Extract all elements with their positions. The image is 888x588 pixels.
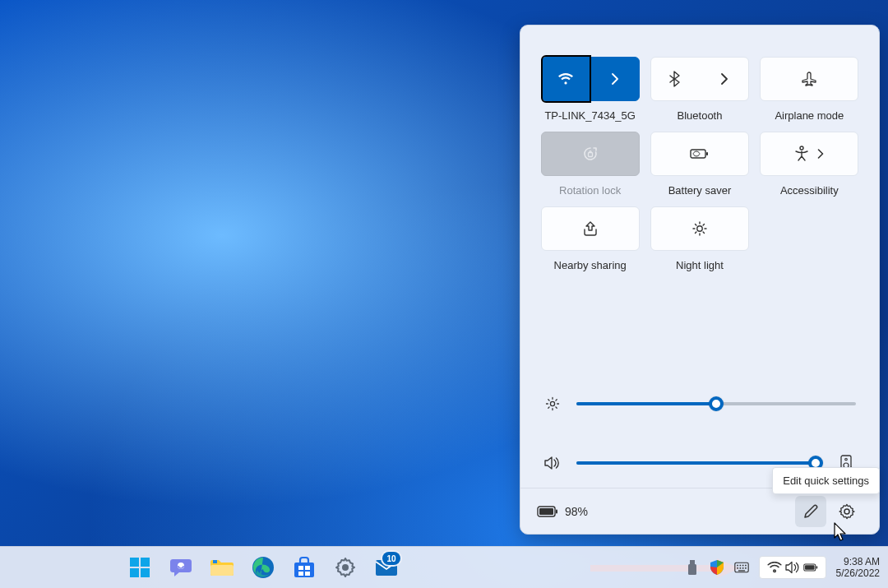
chevron-right-icon [720,73,728,85]
svg-point-3 [800,146,803,150]
svg-rect-43 [816,566,817,568]
svg-rect-30 [690,560,695,564]
keyboard-icon [734,561,749,574]
svg-rect-2 [706,152,708,155]
quick-settings-panel: TP-LINK_7434_5G Bluetooth Airplane mode [520,25,880,535]
battery-icon [803,563,818,572]
chat-icon [169,557,192,578]
volume-slider[interactable] [576,461,823,465]
battery-saver-label: Battery saver [668,184,732,197]
battery-status[interactable]: 98% [537,505,588,518]
gear-icon [839,503,855,520]
edit-quick-settings-button[interactable] [795,496,826,527]
volume-glyph [543,456,562,470]
wifi-icon [557,72,574,86]
rotation-lock-button [541,132,640,176]
quick-settings-tiles: TP-LINK_7434_5G Bluetooth Airplane mode [540,57,859,271]
bluetooth-toggle-half[interactable] [651,58,700,100]
brightness-thumb[interactable] [709,396,724,411]
night-light-button[interactable] [650,206,749,251]
svg-rect-38 [739,567,741,569]
wifi-toggle-half[interactable] [541,55,591,103]
taskbar-file-explorer[interactable] [205,550,239,585]
start-button[interactable] [123,550,157,585]
taskbar-clock[interactable]: 9:38 AM 5/26/2022 [836,556,880,579]
mail-badge: 10 [382,552,400,565]
brightness-slider-row [543,396,856,412]
tile-accessibility: Accessibility [760,132,859,197]
svg-point-4 [697,226,702,231]
rotation-lock-label: Rotation lock [559,184,621,197]
battery-saver-icon [690,147,710,160]
taskbar-settings[interactable] [328,550,363,585]
pencil-icon [802,503,819,520]
svg-rect-17 [130,568,139,577]
rotation-lock-icon [582,146,599,162]
brightness-icon [691,220,708,237]
svg-rect-24 [298,566,303,570]
nearby-sharing-button[interactable] [541,206,640,251]
shield-icon [710,559,724,576]
tray-security[interactable] [710,560,724,575]
tile-wifi: TP-LINK_7434_5G [540,57,640,122]
sun-icon [545,396,560,411]
svg-rect-39 [742,567,743,569]
svg-rect-0 [588,153,592,157]
svg-rect-25 [305,566,310,570]
taskbar-pinned-apps: 10 [123,550,404,585]
svg-rect-15 [130,558,139,567]
battery-icon [537,506,558,517]
battery-saver-button[interactable] [650,132,749,176]
wifi-button[interactable] [541,57,640,101]
wifi-icon [767,562,782,573]
tile-nearby-sharing: Nearby sharing [540,206,640,271]
bluetooth-button[interactable] [650,57,749,101]
accessibility-icon [794,146,809,162]
chevron-right-icon [817,149,824,159]
bluetooth-icon [669,71,681,87]
usb-icon [687,559,698,576]
taskbar-right: 9:38 AM 5/26/2022 [685,547,880,588]
svg-point-28 [342,564,349,571]
nearby-sharing-label: Nearby sharing [554,259,627,271]
svg-rect-10 [556,509,557,513]
taskbar-microsoft-store[interactable] [287,550,321,585]
svg-point-5 [550,401,554,405]
svg-rect-23 [294,563,314,577]
tile-night-light: Night light [650,206,749,271]
system-tray-quick-settings[interactable] [759,556,826,579]
chevron-right-icon [611,73,619,85]
tray-touch-keyboard[interactable] [734,560,749,575]
svg-rect-16 [141,558,150,567]
taskbar-chat[interactable] [164,550,198,585]
tile-battery-saver: Battery saver [650,132,749,197]
airplane-button[interactable] [760,57,858,101]
taskbar-edge[interactable] [246,550,280,585]
wifi-expand-half[interactable] [592,58,639,100]
svg-rect-18 [141,568,150,577]
svg-point-12 [844,509,849,514]
svg-rect-33 [737,565,738,567]
panel-footer: 98% [520,488,879,534]
settings-button[interactable] [831,496,863,527]
svg-point-8 [845,458,848,461]
bluetooth-expand-half[interactable] [700,58,748,100]
svg-rect-37 [737,567,738,569]
gear-icon [335,557,356,578]
speaker-icon [785,561,800,574]
taskbar-mail[interactable]: 10 [369,550,404,585]
svg-rect-31 [688,564,696,575]
tray-volume [785,560,800,575]
tray-usb[interactable] [685,560,700,575]
brightness-slider[interactable] [576,402,856,405]
tile-airplane: Airplane mode [760,57,859,122]
svg-rect-20 [210,565,234,576]
svg-rect-36 [745,565,747,567]
tray-wifi [767,560,782,575]
accessibility-button[interactable] [760,132,858,176]
svg-rect-35 [742,565,743,567]
airplane-icon [801,71,817,87]
svg-rect-27 [305,572,310,576]
share-icon [582,221,599,236]
svg-rect-11 [539,508,553,515]
